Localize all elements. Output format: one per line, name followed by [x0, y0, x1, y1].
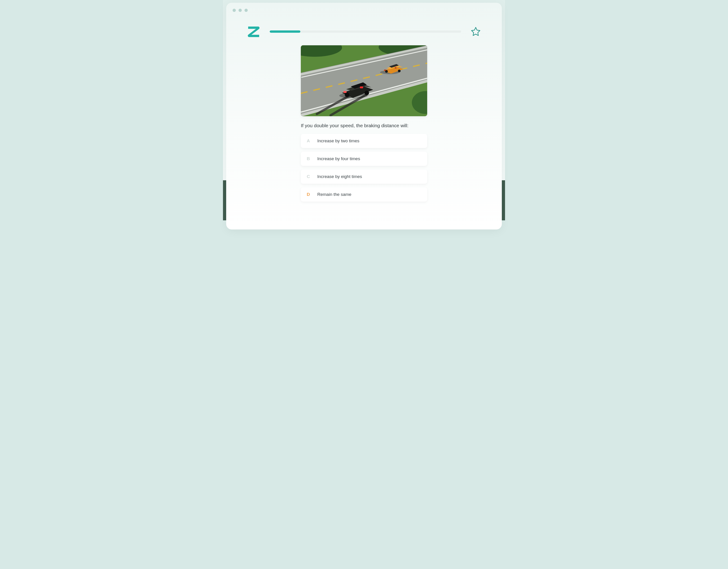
answer-label: Increase by four times — [317, 156, 360, 161]
answer-list: A Increase by two times B Increase by fo… — [301, 134, 427, 202]
app-stage: If you double your speed, the braking di… — [223, 0, 505, 220]
svg-rect-18 — [384, 70, 386, 71]
answer-letter: A — [307, 138, 311, 144]
answer-letter: D — [307, 192, 311, 197]
road-scene-illustration — [301, 45, 427, 116]
star-icon — [471, 27, 481, 37]
browser-window: If you double your speed, the braking di… — [226, 3, 502, 230]
answer-letter: C — [307, 174, 311, 179]
svg-point-0 — [256, 35, 258, 37]
answer-option-a[interactable]: A Increase by two times — [301, 134, 427, 148]
svg-rect-19 — [395, 67, 397, 68]
question-panel: If you double your speed, the braking di… — [301, 45, 427, 202]
svg-rect-27 — [343, 91, 347, 93]
window-dot — [239, 9, 242, 12]
brand-logo[interactable] — [247, 25, 261, 38]
answer-letter: B — [307, 156, 311, 161]
svg-point-25 — [364, 91, 369, 95]
question-image — [301, 45, 427, 116]
progress-bar — [270, 30, 461, 33]
header — [247, 25, 481, 38]
answer-label: Increase by two times — [317, 138, 359, 144]
progress-fill — [270, 30, 300, 33]
window-controls — [233, 9, 248, 12]
favorite-button[interactable] — [470, 26, 481, 37]
answer-option-b[interactable]: B Increase by four times — [301, 152, 427, 166]
question-text: If you double your speed, the braking di… — [301, 122, 427, 129]
window-dot — [244, 9, 248, 12]
svg-point-17 — [398, 70, 401, 72]
svg-point-24 — [345, 92, 349, 97]
window-dot — [233, 9, 236, 12]
svg-rect-28 — [360, 87, 363, 88]
answer-option-c[interactable]: C Increase by eight times — [301, 170, 427, 184]
answer-label: Increase by eight times — [317, 174, 362, 179]
answer-label: Remain the same — [317, 192, 351, 197]
answer-option-d[interactable]: D Remain the same — [301, 187, 427, 202]
